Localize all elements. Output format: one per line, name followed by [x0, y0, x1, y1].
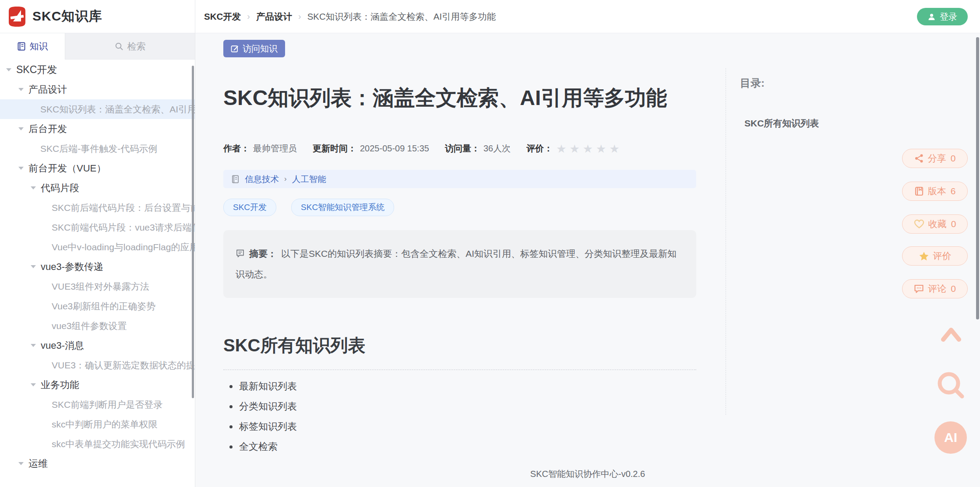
toc-item[interactable]: SKC所有知识列表 — [744, 117, 892, 130]
tree-item[interactable]: SKC前后端代码片段：后台设置与前... — [0, 198, 195, 217]
tree-item-label: SKC后端-事件触发-代码示例 — [40, 143, 157, 155]
tree-item-label: SKC前端判断用户是否登录 — [52, 399, 162, 411]
tree-item-label: skc中表单提交功能实现代码示例 — [52, 438, 185, 450]
back-to-top-button[interactable] — [939, 325, 963, 344]
tree-item-label: vue3-消息 — [41, 339, 84, 352]
breadcrumb-item[interactable]: SKC开发 — [204, 11, 241, 23]
caret-down-icon[interactable] — [18, 88, 24, 91]
dotted-divider — [223, 369, 696, 370]
comment-button[interactable]: 评论0 — [902, 279, 968, 298]
tree-item-label: SKC开发 — [16, 63, 57, 77]
tree-branch[interactable]: SKC开发 — [0, 60, 195, 80]
tree-item-label: vue3组件参数设置 — [52, 320, 127, 332]
tree-item[interactable]: vue3组件参数设置 — [0, 316, 195, 336]
breadcrumb-item[interactable]: 产品设计 — [256, 11, 292, 23]
toc-heading: 目录: — [740, 76, 892, 90]
footer-text: SKC智能知识协作中心-v0.2.6 — [195, 468, 980, 480]
tree-branch[interactable]: 运维 — [0, 454, 195, 473]
sidebar-tree: SKC开发产品设计SKC知识列表：涵盖全文检索、AI引用等...后台开发SKC后… — [0, 60, 195, 487]
caret-down-icon[interactable] — [31, 383, 36, 386]
tree-item[interactable]: SKC后端-事件触发-代码示例 — [0, 139, 195, 158]
tree-item-label: SKC前端代码片段：vue3请求后端代... — [52, 221, 195, 234]
tree-item-label: 前台开发（VUE） — [28, 162, 106, 175]
article: 访问知识 SKC知识列表：涵盖全文检索、AI引用等多功能 作者： 最帅管理员 更… — [223, 33, 696, 487]
page-title: SKC知识列表：涵盖全文检索、AI引用等多功能 — [223, 84, 667, 112]
tree-item[interactable]: VUE3：确认更新选定数据状态的提示框 — [0, 355, 195, 375]
main-area: 访问知识 SKC知识列表：涵盖全文检索、AI引用等多功能 作者： 最帅管理员 更… — [195, 33, 980, 487]
category-bar: 信息技术 › 人工智能 — [223, 170, 696, 188]
tree-branch[interactable]: 代码片段 — [0, 178, 195, 198]
action-count: 0 — [951, 153, 956, 164]
article-meta: 作者： 最帅管理员 更新时间： 2025-05-09 15:35 访问量： 36… — [223, 143, 623, 154]
page-scrollbar-thumb[interactable] — [976, 37, 979, 319]
heart-icon — [914, 219, 924, 229]
caret-down-icon[interactable] — [18, 127, 24, 130]
caret-down-icon[interactable] — [6, 68, 11, 71]
author-value: 最帅管理员 — [253, 143, 297, 154]
notebook-icon — [17, 42, 26, 51]
caret-down-icon[interactable] — [31, 265, 36, 268]
category-link-parent[interactable]: 信息技术 — [245, 173, 279, 185]
tree-branch[interactable]: vue3-参数传递 — [0, 257, 195, 277]
tree-item[interactable]: SKC知识列表：涵盖全文检索、AI引用等... — [0, 99, 195, 119]
category-link-child[interactable]: 人工智能 — [292, 173, 326, 185]
tree-branch[interactable]: 后台开发 — [0, 119, 195, 139]
list-item: 标签知识列表 — [229, 417, 297, 437]
tree-item[interactable]: SKC前端代码片段：vue3请求后端代... — [0, 217, 195, 237]
logo-row: SKC知识库 — [0, 0, 195, 33]
caret-down-icon[interactable] — [18, 462, 24, 465]
visit-knowledge-button[interactable]: 访问知识 — [223, 40, 285, 57]
caret-down-icon[interactable] — [31, 344, 36, 347]
book-icon — [914, 186, 924, 196]
tab-search-label: 检索 — [127, 40, 146, 53]
rate-button[interactable]: 评价 — [902, 246, 968, 266]
tree-item-label: 产品设计 — [28, 83, 67, 96]
tag-list: SKC开发SKC智能知识管理系统 — [223, 199, 394, 216]
tree-item[interactable]: Vue中v-loading与loadingFlag的应用 — [0, 237, 195, 257]
breadcrumb-item: SKC知识列表：涵盖全文检索、AI引用等多功能 — [307, 11, 496, 23]
search-icon — [115, 42, 123, 51]
tree-item[interactable]: skc中表单提交功能实现代码示例 — [0, 434, 195, 454]
action-label: 版本 — [928, 185, 946, 197]
tree-item[interactable]: SKC前端判断用户是否登录 — [0, 395, 195, 414]
tree-item-label: skc中判断用户的菜单权限 — [52, 418, 158, 431]
tree-item-label: Vue中v-loading与loadingFlag的应用 — [52, 241, 195, 253]
tab-knowledge-label: 知识 — [30, 40, 48, 53]
list-item: 分类知识列表 — [229, 396, 297, 417]
tab-search[interactable]: 检索 — [65, 33, 195, 60]
ai-assistant-button[interactable]: AI — [934, 421, 967, 454]
tree-item[interactable]: Vue3刷新组件的正确姿势 — [0, 296, 195, 316]
visit-knowledge-label: 访问知识 — [243, 43, 278, 55]
sidebar-scrollbar-thumb[interactable] — [192, 66, 194, 398]
tree-item-label: VUE3组件对外暴露方法 — [52, 280, 149, 293]
action-label: 评价 — [933, 250, 952, 262]
search-float-button[interactable] — [937, 371, 965, 399]
login-button[interactable]: 登录 — [917, 8, 968, 25]
tree-branch[interactable]: 产品设计 — [0, 80, 195, 99]
author-label: 作者： — [223, 143, 250, 154]
action-buttons: 分享0版本6收藏0评价评论0 — [902, 33, 968, 487]
tree-branch[interactable]: 前台开发（VUE） — [0, 158, 195, 178]
toc-panel: 目录: SKC所有知识列表 — [726, 68, 892, 415]
summary-box: 摘要：以下是SKC的知识列表摘要：包含全文检索、AI知识引用、标签知识管理、分类… — [223, 230, 696, 298]
tag-pill[interactable]: SKC智能知识管理系统 — [291, 199, 394, 216]
tree-branch[interactable]: vue3-消息 — [0, 336, 195, 355]
tab-knowledge[interactable]: 知识 — [0, 33, 65, 60]
tree-item[interactable]: skc中判断用户的菜单权限 — [0, 414, 195, 434]
caret-down-icon[interactable] — [31, 186, 36, 189]
tree-item-label: vue3-参数传递 — [41, 260, 103, 273]
list-item: 全文检索 — [229, 437, 297, 457]
version-button[interactable]: 版本6 — [902, 182, 968, 201]
tree-item[interactable]: VUE3组件对外暴露方法 — [0, 277, 195, 296]
rating-stars: ★★★★★ — [556, 144, 623, 153]
share-button[interactable]: 分享0 — [902, 149, 968, 168]
sidebar-tabs: 知识 检索 — [0, 33, 195, 60]
caret-down-icon[interactable] — [18, 167, 24, 170]
favorite-button[interactable]: 收藏0 — [902, 214, 968, 234]
meta-updated: 更新时间： 2025-05-09 15:35 — [313, 143, 429, 154]
action-count: 0 — [951, 284, 956, 294]
tag-pill[interactable]: SKC开发 — [223, 199, 276, 216]
tree-branch[interactable]: 业务功能 — [0, 375, 195, 395]
ai-assistant-label: AI — [944, 430, 957, 445]
tree-item-label: 代码片段 — [41, 182, 79, 195]
